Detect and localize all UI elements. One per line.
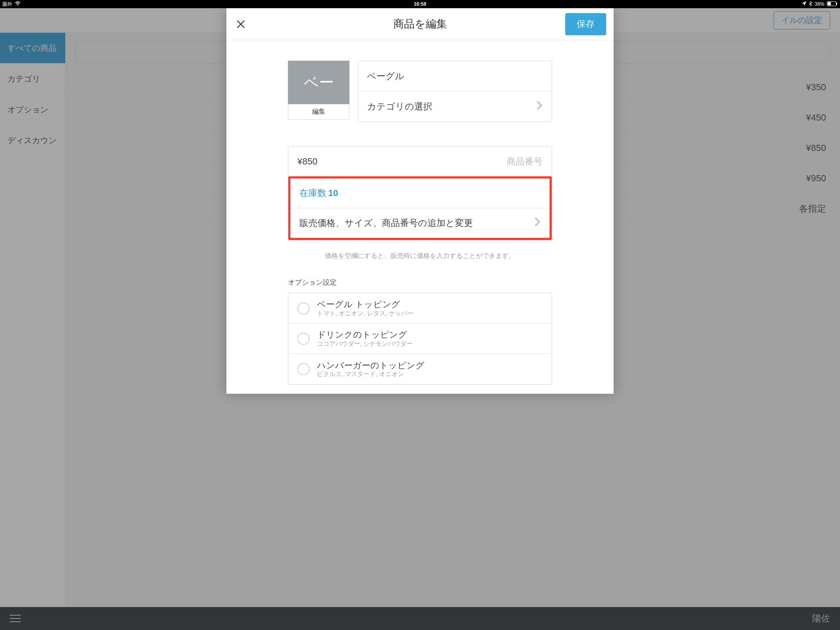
option-sub: ココアパウダー, シナモンパウダー (317, 340, 413, 348)
price-help-text: 価格を空欄にすると、販売時に価格を入力することができます。 (288, 252, 525, 260)
radio-unchecked-icon[interactable] (297, 302, 310, 315)
radio-unchecked-icon[interactable] (297, 363, 310, 375)
stock-row[interactable]: 在庫数 10 (290, 178, 525, 208)
close-button[interactable] (234, 17, 248, 31)
stock-label: 在庫数 (299, 187, 326, 199)
option-sub: トマト, オニオン, レタス, ケッパー (317, 310, 413, 317)
wifi-icon (15, 1, 21, 7)
radio-unchecked-icon[interactable] (297, 333, 310, 345)
clock: 16:58 (414, 1, 427, 7)
edit-item-modal: 商品を編集 保存 ベー 編集 ベーグル カテゴリの選択 ¥850 (226, 8, 525, 394)
stock-value: 10 (328, 188, 338, 199)
svg-point-0 (17, 5, 18, 6)
option-row[interactable]: ハンバーガーのトッピング ピクルス, マスタード, オニオン (288, 354, 525, 384)
price-value: ¥850 (297, 156, 317, 167)
modal-body: ベー 編集 ベーグル カテゴリの選択 ¥850 商品番号 (226, 40, 525, 394)
option-sub: ピクルス, マスタード, オニオン (317, 370, 425, 378)
price-section: ¥850 商品番号 在庫数 10 販売価格、サイズ、商品番号の追加と変更 (288, 146, 525, 240)
item-name-field[interactable]: ベーグル (358, 61, 525, 91)
item-name-value: ベーグル (367, 70, 404, 82)
sku-placeholder: 商品番号 (507, 155, 525, 168)
price-row[interactable]: ¥850 商品番号 (288, 147, 525, 176)
tile-preview: ベー (288, 61, 349, 104)
option-title: ハンバーガーのトッピング (317, 360, 425, 370)
tile-edit-label[interactable]: 編集 (288, 104, 349, 120)
option-row[interactable]: ドリンクのトッピング ココアパウダー, シナモンパウダー (288, 324, 525, 354)
variants-row[interactable]: 販売価格、サイズ、商品番号の追加と変更 (290, 208, 525, 238)
option-title: ベーグル トッピング (317, 299, 413, 309)
category-label: カテゴリの選択 (367, 100, 432, 113)
item-tile[interactable]: ベー 編集 (288, 61, 349, 120)
modal-header: 商品を編集 保存 (226, 8, 525, 40)
modal-title: 商品を編集 (393, 17, 447, 31)
carrier-text: 圏外 (2, 1, 12, 8)
option-title: ドリンクのトッピング (317, 329, 413, 340)
annotation-highlight: 在庫数 10 販売価格、サイズ、商品番号の追加と変更 (288, 176, 525, 240)
category-select-row[interactable]: カテゴリの選択 (358, 91, 525, 121)
variants-label: 販売価格、サイズ、商品番号の追加と変更 (299, 217, 473, 229)
option-row[interactable]: ベーグル トッピング トマト, オニオン, レタス, ケッパー (288, 293, 525, 324)
name-category-box: ベーグル カテゴリの選択 (358, 61, 525, 122)
options-section-label: オプション設定 (288, 278, 525, 287)
status-bar: 圏外 16:58 38% (0, 0, 525, 8)
options-list: ベーグル トッピング トマト, オニオン, レタス, ケッパー ドリンクのトッピ… (288, 293, 525, 385)
